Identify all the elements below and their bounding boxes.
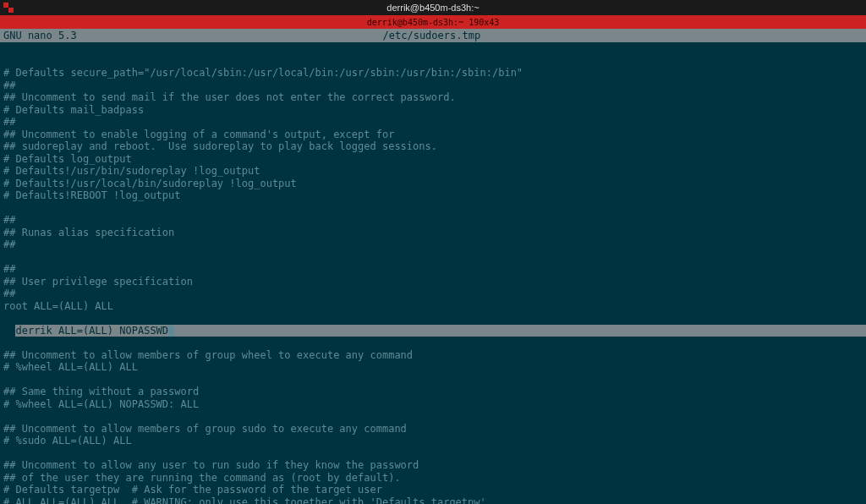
editor-line: # Defaults secure_path="/usr/local/sbin:… [3, 67, 863, 79]
editor-line: ## Uncomment to allow members of group s… [3, 423, 863, 436]
cursor-line[interactable]: derrik ALL=(ALL) NOPASSWD [15, 325, 866, 337]
editor-line: # Defaults!/usr/local/bin/sudoreplay !lo… [3, 178, 863, 190]
editor-line: ## User privilege specification [3, 276, 863, 288]
editor-line: ## [3, 116, 863, 129]
editor-line [3, 410, 863, 423]
editor-line [3, 202, 863, 215]
text-cursor [168, 326, 174, 337]
terminal-tab-bar: derrik@b450m-ds3h:~ 190x43 [0, 15, 866, 29]
editor-line: ## Uncomment to allow members of group w… [3, 349, 863, 362]
window-title: derrik@b450m-ds3h:~ [386, 3, 479, 13]
editor-line: # Defaults targetpw # Ask for the passwo… [3, 484, 863, 496]
editor-line [3, 447, 863, 460]
editor-line: ## Same thing without a password [3, 386, 863, 398]
nano-header-bar: GNU nano 5.3 /etc/sudoers.tmp [0, 29, 866, 42]
editor-line: # Defaults!REBOOT !log_output [3, 189, 863, 202]
editor-line [3, 251, 863, 264]
editor-line: ## [3, 288, 863, 300]
editor-line: # Defaults log_output [3, 153, 863, 166]
editor-line: ## of the user they are running the comm… [3, 472, 863, 485]
editor-line: ## Uncomment to allow any user to run su… [3, 459, 863, 472]
editor-line: ## [3, 238, 863, 251]
editor-line: ## [3, 214, 863, 227]
editor-content[interactable]: # Defaults secure_path="/usr/local/sbin:… [0, 42, 866, 504]
editor-line: # ALL ALL=(ALL) ALL # WARNING: only use … [3, 496, 863, 505]
editor-line: # Defaults!/usr/bin/sudoreplay !log_outp… [3, 165, 863, 178]
nano-app-name: GNU nano 5.3 [3, 30, 77, 41]
terminal-tab-label[interactable]: derrik@b450m-ds3h:~ 190x43 [367, 18, 500, 27]
window-titlebar: derrik@b450m-ds3h:~ [0, 0, 866, 15]
editor-line: # %wheel ALL=(ALL) ALL [3, 361, 863, 374]
editor-line: ## [3, 79, 863, 92]
editor-line: # %sudo ALL=(ALL) ALL [3, 435, 863, 447]
editor-line: # Defaults mail_badpass [3, 104, 863, 117]
highlighted-text: derrik ALL=(ALL) NOPASSWD [15, 325, 168, 337]
editor-line: ## Runas alias specification [3, 227, 863, 239]
nano-filename: /etc/sudoers.tmp [77, 30, 787, 41]
editor-line [3, 374, 863, 386]
editor-line: ## [3, 263, 863, 276]
editor-line: # %wheel ALL=(ALL) NOPASSWD: ALL [3, 398, 863, 411]
editor-line: ## Uncomment to enable logging of a comm… [3, 129, 863, 141]
editor-line: root ALL=(ALL) ALL [3, 300, 863, 313]
editor-line: ## Uncomment to send mail if the user do… [3, 91, 863, 104]
editor-line: ## sudoreplay and reboot. Use sudoreplay… [3, 140, 863, 153]
window-menu-icon[interactable] [3, 3, 14, 13]
